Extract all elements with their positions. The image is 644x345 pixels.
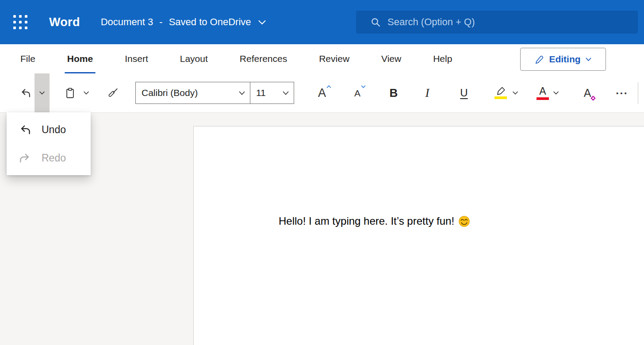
paste-dropdown-button[interactable] <box>80 73 93 112</box>
grow-font-button[interactable]: A <box>312 80 332 106</box>
document-name: Document 3 <box>101 16 153 28</box>
font-color-dropdown-button[interactable] <box>552 80 560 106</box>
format-painter-button[interactable] <box>103 80 123 106</box>
app-header: Word Document 3 - Saved to OneDrive <box>0 0 644 44</box>
menu-item-redo[interactable]: Redo <box>7 144 91 172</box>
menu-item-label: Undo <box>42 124 66 136</box>
tab-help[interactable]: Help <box>417 44 468 73</box>
paragraph-text: Hello! I am typing here. It’s pretty fun… <box>279 215 454 227</box>
undo-dropdown-menu: Undo Redo <box>7 112 91 175</box>
tab-references[interactable]: References <box>224 44 303 73</box>
grow-font-letter: A <box>318 87 326 99</box>
document-title-button[interactable]: Document 3 - Saved to OneDrive <box>101 16 266 28</box>
editing-mode-label: Editing <box>549 54 580 65</box>
app-launcher-icon[interactable] <box>13 15 27 29</box>
shrink-font-letter: A <box>354 88 360 98</box>
redo-icon <box>19 152 31 164</box>
format-painter-icon <box>107 87 119 99</box>
chevron-down-icon <box>84 91 89 95</box>
more-options-button[interactable]: ••• <box>613 80 631 106</box>
tab-review[interactable]: Review <box>303 44 365 73</box>
chevron-down-icon <box>239 91 245 95</box>
menu-item-label: Redo <box>42 152 66 164</box>
tab-layout[interactable]: Layout <box>164 44 224 73</box>
text-highlight-button[interactable] <box>492 80 509 106</box>
chevron-down-icon <box>39 91 45 95</box>
document-page[interactable]: Hello! I am typing here. It’s pretty fun… <box>193 126 644 345</box>
font-size-select[interactable]: 11 <box>250 82 294 104</box>
smiling-face-emoji <box>458 215 470 227</box>
undo-icon <box>19 124 31 136</box>
shrink-font-button[interactable]: A <box>348 80 367 106</box>
clear-formatting-button[interactable]: A <box>579 80 596 106</box>
highlighter-icon <box>495 87 506 96</box>
font-color-bar <box>537 97 549 100</box>
chevron-down-icon <box>258 20 266 25</box>
pencil-icon <box>535 55 544 64</box>
undo-button[interactable] <box>16 80 34 106</box>
tab-view[interactable]: View <box>365 44 417 73</box>
eraser-diamond-icon <box>590 96 595 100</box>
font-name-value: Calibri (Body) <box>136 88 239 98</box>
text-highlight-dropdown-button[interactable] <box>511 80 520 106</box>
title-separator: - <box>159 16 162 28</box>
italic-letter: I <box>426 86 429 100</box>
chevron-down-icon <box>283 91 289 95</box>
editing-mode-button[interactable]: Editing <box>520 48 606 71</box>
undo-icon <box>20 88 31 99</box>
menu-item-undo[interactable]: Undo <box>7 115 91 144</box>
tab-insert[interactable]: Insert <box>109 44 164 73</box>
document-canvas: Hello! I am typing here. It’s pretty fun… <box>0 113 644 345</box>
bold-button[interactable]: B <box>387 80 400 106</box>
tab-home[interactable]: Home <box>51 44 109 73</box>
search-icon <box>371 17 381 27</box>
underline-button[interactable]: U <box>458 80 470 106</box>
font-color-letter: A <box>539 86 546 96</box>
paste-button[interactable] <box>60 80 80 106</box>
search-input[interactable] <box>381 16 638 28</box>
ribbon-tabs: File Home Insert Layout References Revie… <box>0 44 644 73</box>
clear-formatting-letter: A <box>584 87 591 100</box>
font-color-button[interactable]: A <box>536 80 550 106</box>
font-name-select[interactable]: Calibri (Body) <box>135 82 250 104</box>
search-box[interactable] <box>356 11 638 34</box>
chevron-down-icon <box>513 91 518 95</box>
chevron-down-icon <box>586 58 591 61</box>
italic-button[interactable]: I <box>422 80 432 106</box>
app-name: Word <box>49 15 80 29</box>
highlight-color-bar <box>494 96 507 99</box>
caret-up-icon <box>326 85 331 88</box>
save-status: Saved to OneDrive <box>169 16 251 28</box>
chevron-down-icon <box>553 91 559 95</box>
clipboard-icon <box>65 88 75 99</box>
toolbar-group-divider <box>638 82 638 104</box>
document-paragraph[interactable]: Hello! I am typing here. It’s pretty fun… <box>279 215 470 227</box>
undo-dropdown-button[interactable] <box>34 73 50 112</box>
ellipsis-icon: ••• <box>616 89 629 97</box>
caret-down-icon <box>361 85 366 88</box>
word-web-app: Word Document 3 - Saved to OneDrive File… <box>0 0 644 345</box>
bold-letter: B <box>390 86 398 100</box>
ribbon-toolbar: Calibri (Body) 11 A A B I U <box>0 73 644 113</box>
tab-file[interactable]: File <box>4 44 51 73</box>
font-size-value: 11 <box>250 88 283 98</box>
underline-letter: U <box>460 87 468 99</box>
